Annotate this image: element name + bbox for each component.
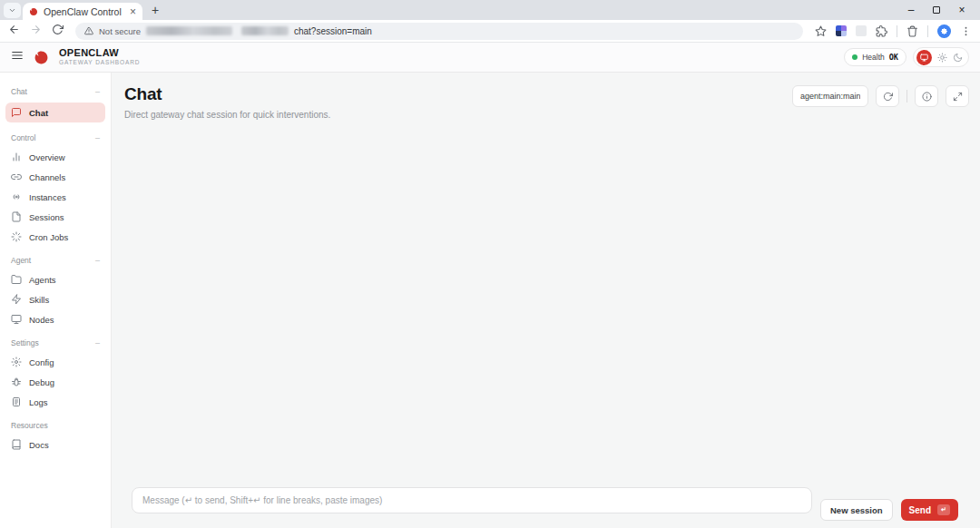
folder-icon [11,274,22,285]
extensions-puzzle-icon[interactable] [876,25,887,37]
sun-icon [937,53,947,63]
bookmark-star-icon[interactable] [815,25,827,37]
sidebar-item-overview[interactable]: Overview [0,147,111,167]
browser-toolbar: Not secure chat?session=main [0,20,980,43]
sidebar-item-label: Debug [29,377,54,387]
minimize-button[interactable]: – [898,0,924,20]
health-status-pill: Health OK [844,48,906,66]
toolbar-right [815,24,972,38]
sidebar-item-debug[interactable]: Debug [0,372,111,392]
openclaw-logo [34,50,49,65]
sidebar-item-label: Docs [29,440,49,450]
brand-subtitle: GATEWAY DASHBOARD [59,60,140,66]
toolbar-separator [927,25,928,37]
sidebar-section-settings: Settings – [0,329,111,352]
sidebar-item-label: Instances [29,192,66,202]
loader-icon [11,231,22,242]
health-label: Health [862,53,885,62]
sidebar-item-label: Cron Jobs [29,232,68,242]
tab-close-icon[interactable]: × [130,6,136,17]
sidebar: Chat – Chat Control – Overview Channels [0,73,112,528]
not-secure-warning[interactable] [84,23,93,39]
collapse-dash[interactable]: – [95,338,100,347]
url-bar[interactable]: Not secure chat?session=main [75,23,803,40]
main-content: Chat Direct gateway chat session for qui… [112,73,980,528]
tab-title: OpenClaw Control [44,6,124,17]
collapse-dash[interactable]: – [95,133,100,142]
chat-controls [792,85,969,107]
info-icon [922,92,932,102]
send-button-label: Send [909,505,931,515]
sidebar-item-channels[interactable]: Channels [0,167,111,187]
sidebar-item-label: Config [29,357,54,367]
theme-system-button[interactable] [916,50,932,65]
refresh-icon [883,92,893,102]
tab-search-button[interactable] [4,3,21,18]
theme-light-button[interactable] [937,53,947,63]
close-button[interactable]: × [949,0,975,20]
back-button[interactable] [8,23,20,39]
session-input[interactable] [792,85,868,107]
extension-icon-faded[interactable] [856,25,867,36]
section-label: Resources [11,421,48,430]
sidebar-section-resources: Resources [0,412,111,435]
security-label: Not secure [99,26,141,36]
extension-icon-colored[interactable] [836,25,847,36]
section-label: Control [11,133,35,142]
sidebar-item-label: Logs [29,397,48,407]
sidebar-section-control: Control – [0,124,111,147]
new-session-button[interactable]: New session [820,499,893,521]
health-status-value: OK [889,53,898,62]
logs-icon [11,396,22,407]
sidebar-section-chat: Chat – [0,78,111,101]
reload-icon [52,24,64,35]
sidebar-item-docs[interactable]: Docs [0,435,111,455]
enter-key-badge: ↵ [937,504,950,515]
book-icon [11,439,22,450]
delete-trash-icon[interactable] [906,25,918,37]
profile-avatar-icon[interactable] [937,24,951,38]
reload-button[interactable] [52,23,64,39]
browser-menu-dots-icon[interactable] [960,25,972,37]
theme-dark-button[interactable] [953,53,963,63]
chevron-down-icon [8,6,16,15]
sidebar-item-agents[interactable]: Agents [0,269,111,289]
redacted-url-segment [146,26,232,35]
sidebar-toggle-button[interactable] [11,49,24,65]
section-label: Agent [11,256,31,265]
sidebar-item-cron-jobs[interactable]: Cron Jobs [0,227,111,247]
sidebar-item-skills[interactable]: Skills [0,289,111,309]
info-button[interactable] [915,85,938,107]
link-icon [11,171,22,182]
page-header: Chat Direct gateway chat session for qui… [124,84,330,120]
toolbar-separator [897,25,897,37]
header-right: Health OK [844,47,969,67]
browser-tab[interactable]: OpenClaw Control × [23,3,142,20]
sidebar-item-label: Chat [29,108,48,118]
expand-icon [953,92,963,102]
window-controls: – × [898,0,975,20]
sidebar-item-nodes[interactable]: Nodes [0,309,111,329]
sidebar-item-instances[interactable]: Instances [0,187,111,207]
section-label: Chat [11,87,27,96]
hamburger-menu-icon [11,49,24,62]
refresh-button[interactable] [876,85,899,107]
sidebar-item-label: Sessions [29,212,64,222]
sidebar-item-config[interactable]: Config [0,352,111,372]
send-button[interactable]: Send ↵ [901,499,958,521]
collapse-dash[interactable]: – [95,256,100,265]
sidebar-item-chat[interactable]: Chat [5,103,105,122]
message-composer: New session Send ↵ [112,487,980,528]
restore-button[interactable] [924,0,949,20]
expand-button[interactable] [946,85,969,107]
forward-button[interactable] [30,23,42,39]
moon-icon [953,53,963,63]
restore-icon [933,6,940,14]
sidebar-item-logs[interactable]: Logs [0,392,111,412]
new-tab-button[interactable]: + [152,4,159,16]
sidebar-item-sessions[interactable]: Sessions [0,207,111,227]
collapse-dash[interactable]: – [95,87,100,96]
warning-triangle-icon [84,26,93,35]
sidebar-item-label: Agents [29,275,56,285]
message-input[interactable] [132,487,812,513]
